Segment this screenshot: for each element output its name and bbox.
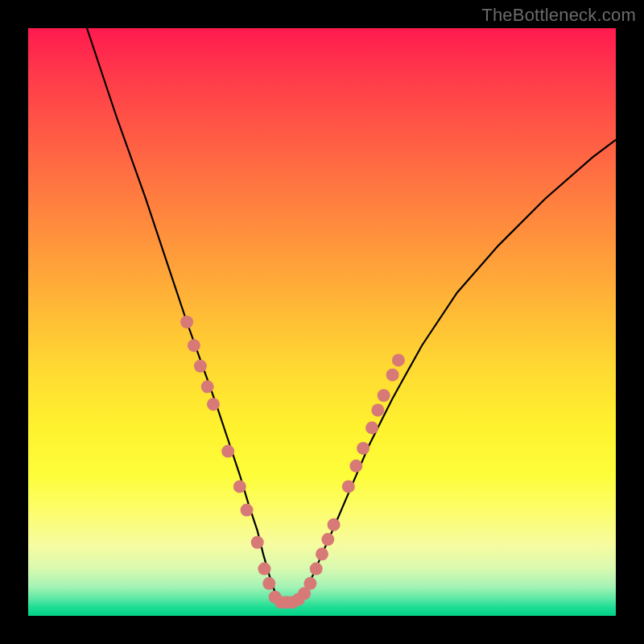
curve-marker: [342, 480, 355, 493]
curve-marker: [303, 577, 316, 590]
curve-marker: [262, 577, 275, 590]
curve-marker: [258, 563, 270, 576]
curve-svg: [28, 28, 616, 616]
curve-marker: [392, 353, 405, 366]
curve-marker: [241, 504, 254, 517]
plot-area: [28, 28, 616, 616]
curve-markers: [180, 316, 405, 609]
curve-marker: [365, 421, 378, 434]
curve-marker: [349, 460, 362, 473]
curve-marker: [316, 547, 328, 560]
curve-marker: [233, 480, 246, 493]
curve-marker: [207, 398, 220, 411]
chart-frame: TheBottleneck.com: [0, 0, 644, 644]
curve-marker: [221, 445, 234, 458]
watermark-text: TheBottleneck.com: [481, 5, 636, 26]
curve-marker: [357, 442, 369, 455]
curve-marker: [310, 563, 323, 576]
curve-marker: [194, 360, 207, 373]
curve-marker: [201, 380, 214, 393]
curve-marker: [188, 339, 200, 352]
bottleneck-curve: [87, 28, 616, 602]
curve-marker: [251, 536, 264, 549]
curve-marker: [371, 404, 384, 417]
curve-marker: [386, 369, 399, 382]
curve-marker: [378, 389, 390, 402]
curve-marker: [328, 518, 341, 531]
curve-marker: [180, 316, 193, 328]
curve-marker: [321, 533, 334, 546]
